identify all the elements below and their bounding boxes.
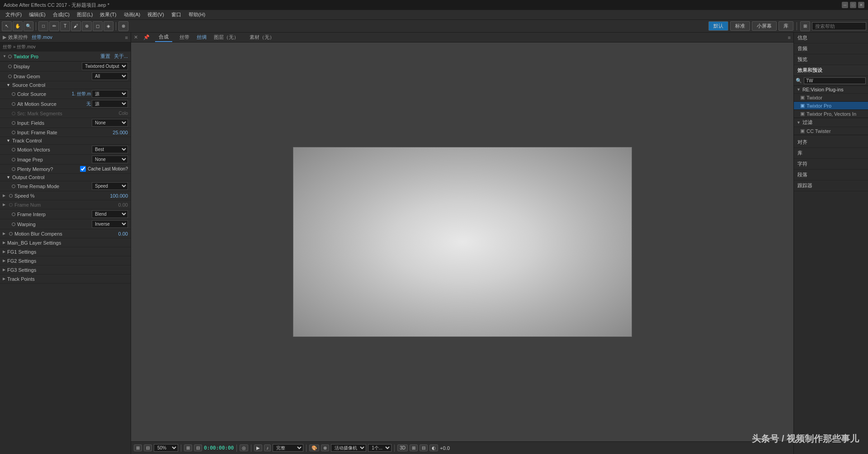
motion-blur-value[interactable]: 0.00 (118, 231, 128, 236)
twixtor-about-link[interactable]: 关于... (114, 53, 128, 60)
draw-geom-dropdown[interactable]: All (92, 72, 128, 80)
tool-pin[interactable]: ⊗ (118, 21, 128, 31)
viewer-audio-btn[interactable]: ♪ (264, 445, 271, 451)
viewer-tab-composition[interactable]: 合成 (155, 33, 172, 42)
twixtor-pro-vectors-item[interactable]: ▣ Twixtor Pro, Vectors In (794, 110, 868, 118)
tab-library[interactable]: 库 (778, 21, 793, 31)
speed-pct-value[interactable]: 100.000 (110, 193, 128, 199)
menu-file[interactable]: 文件(F) (2, 10, 25, 19)
menu-compose[interactable]: 合成(C) (49, 10, 73, 19)
tool-brush[interactable]: 🖌 (71, 21, 81, 31)
viewer-silk-label[interactable]: 丝绸 (197, 34, 207, 41)
viewer-fit-btn[interactable]: ⊞ (184, 445, 192, 451)
tool-clone[interactable]: ⊕ (82, 21, 92, 31)
viewer-mask-btn[interactable]: ⊗ (321, 445, 329, 451)
fg3-row[interactable]: ▶ FG3 Settings (0, 265, 131, 274)
viewer-playback-btn[interactable]: ▶ (254, 445, 262, 451)
filters-category[interactable]: ▼ 过滤 (794, 118, 868, 127)
main-bg-row[interactable]: ▶ Main_BG Layer Settings (0, 238, 131, 247)
viewer-tab-close[interactable]: ✕ (134, 34, 138, 40)
search-help-input[interactable] (812, 22, 866, 30)
image-prep-dropdown[interactable]: None (92, 156, 128, 163)
viewer-camera-select[interactable]: 活动摄像机 (331, 444, 366, 452)
display-dropdown[interactable]: Twixtored Output (82, 62, 128, 70)
twixtor-pro-item[interactable]: ▣ Twixtor Pro (794, 102, 868, 110)
alt-motion-value[interactable]: 无 (86, 101, 91, 107)
tool-text[interactable]: T (60, 21, 70, 31)
right-section-audio[interactable]: 音频 (794, 43, 868, 54)
menu-help[interactable]: 帮助(H) (185, 10, 209, 19)
minimize-button[interactable]: ─ (842, 2, 848, 8)
menu-edit[interactable]: 编辑(E) (25, 10, 49, 19)
input-fields-dropdown[interactable]: None (92, 119, 128, 127)
menu-view[interactable]: 视图(V) (144, 10, 168, 19)
tool-pen[interactable]: ✏ (49, 21, 59, 31)
cache-last-motion-checkbox[interactable] (80, 166, 86, 172)
window-controls[interactable]: ─ □ ✕ (842, 2, 864, 8)
viewer-tab-silk[interactable]: 丝带 (176, 33, 193, 42)
warping-dropdown[interactable]: Inverse (92, 220, 128, 228)
viewer-resolution-select[interactable]: 完整 一半 四分之一 (273, 444, 303, 452)
viewer-tab-footage[interactable]: 素材（无） (246, 33, 278, 42)
alt-motion-dropdown[interactable]: 源 (92, 100, 128, 108)
effects-search-input[interactable] (804, 77, 866, 84)
menu-window[interactable]: 窗口 (168, 10, 185, 19)
viewer-color-btn[interactable]: 🎨 (309, 445, 319, 451)
maximize-button[interactable]: □ (850, 2, 856, 8)
viewer-zoom-select[interactable]: 50% 100% 25% (154, 444, 178, 452)
close-button[interactable]: ✕ (858, 2, 864, 8)
speed-expand[interactable]: ▶ (3, 194, 5, 198)
color-source-dropdown[interactable]: 源 (92, 90, 128, 98)
snap-icon[interactable]: ⊞ (800, 21, 810, 31)
tab-default[interactable]: 默认 (708, 21, 728, 31)
output-control-header[interactable]: ▼ Output Control (0, 174, 131, 181)
track-control-header[interactable]: ▼ Track Control (0, 137, 131, 145)
motion-blur-expand[interactable]: ▶ (3, 232, 5, 236)
viewer-aspect-btn[interactable]: ⊟ (194, 445, 202, 451)
source-control-header[interactable]: ▼ Source Control (0, 81, 131, 89)
menu-layer[interactable]: 图层(L) (73, 10, 96, 19)
tab-standard[interactable]: 标准 (730, 21, 750, 31)
viewer-view-select[interactable]: 1个... (368, 444, 392, 452)
viewer-tab-layer[interactable]: 图层（无） (210, 33, 242, 42)
color-source-value[interactable]: 1. 丝带.m (72, 91, 91, 97)
tool-roto[interactable]: ◈ (104, 21, 113, 31)
menu-effects[interactable]: 效果(T) (96, 10, 120, 19)
right-section-char[interactable]: 字符 (794, 159, 868, 170)
tool-rect[interactable]: □ (38, 21, 48, 31)
time-remap-dropdown[interactable]: Speed (92, 182, 128, 190)
right-section-info[interactable]: 信息 (794, 33, 868, 43)
right-section-tracker[interactable]: 跟踪器 (794, 180, 868, 191)
viewer-pin-icon[interactable]: 📌 (143, 34, 150, 40)
layer-tab-label[interactable]: 丝带.mov (32, 34, 52, 41)
fg1-row[interactable]: ▶ FG1 Settings (0, 247, 131, 256)
track-points-row[interactable]: ▶ Track Points (0, 274, 131, 284)
tool-select[interactable]: ↖ (2, 21, 12, 31)
viewer-snap-btn[interactable]: ⊞ (134, 445, 142, 451)
tool-hand[interactable]: ✋ (13, 21, 23, 31)
twixtor-reset-link[interactable]: 重置 (100, 53, 110, 60)
viewer-render-btn[interactable]: ⊞ (410, 445, 418, 451)
tool-eraser[interactable]: ◻ (93, 21, 103, 31)
viewer-toggle-btn[interactable]: ◎ (240, 445, 248, 451)
viewer-grid-btn[interactable]: ⊟ (144, 445, 152, 451)
viewer-3d-btn[interactable]: 3D (397, 445, 408, 451)
tool-zoom[interactable]: 🔍 (24, 21, 33, 31)
motion-vectors-dropdown[interactable]: Best (92, 146, 128, 153)
twixtor-expand[interactable]: ▼ (3, 54, 6, 58)
right-section-preview[interactable]: 预览 (794, 54, 868, 65)
twixtor-item[interactable]: ▣ Twixtor (794, 94, 868, 102)
right-section-align[interactable]: 对齐 (794, 137, 868, 148)
revision-plugins-category[interactable]: ▼ RE:Vision Plug-ins (794, 86, 868, 94)
tab-small-screen[interactable]: 小屏幕 (752, 21, 777, 31)
input-frame-rate-value[interactable]: 25.000 (113, 130, 128, 135)
right-section-para[interactable]: 段落 (794, 170, 868, 180)
right-section-library[interactable]: 库 (794, 148, 868, 159)
layer-header-menu[interactable]: ≡ (125, 35, 128, 40)
fg2-row[interactable]: ▶ FG2 Settings (0, 256, 131, 265)
viewer-exposure-btn[interactable]: ◐ (429, 445, 438, 451)
frame-num-expand[interactable]: ▶ (3, 203, 5, 207)
cc-twister-item[interactable]: ▣ CC Twister (794, 127, 868, 135)
frame-interp-dropdown[interactable]: Blend (92, 210, 128, 218)
menu-animation[interactable]: 动画(A) (120, 10, 144, 19)
